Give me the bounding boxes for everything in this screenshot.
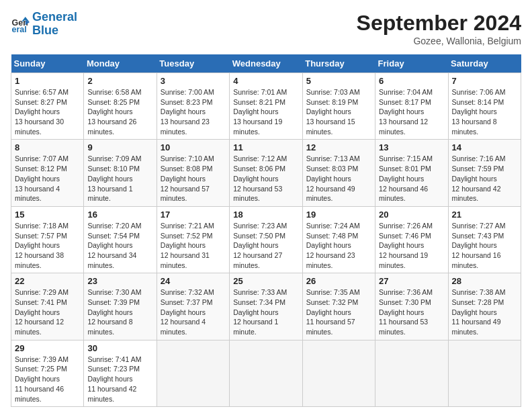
- day-info: Sunrise: 7:41 AMSunset: 7:23 PMDaylight …: [87, 355, 152, 404]
- table-row: 25Sunrise: 7:33 AMSunset: 7:34 PMDayligh…: [230, 273, 302, 340]
- table-row: 24Sunrise: 7:32 AMSunset: 7:37 PMDayligh…: [157, 273, 229, 340]
- calendar-table: Sunday Monday Tuesday Wednesday Thursday…: [11, 54, 521, 407]
- day-number: 20: [379, 210, 444, 220]
- table-row: 20Sunrise: 7:26 AMSunset: 7:46 PMDayligh…: [375, 206, 448, 273]
- day-info: Sunrise: 7:13 AMSunset: 8:03 PMDaylight …: [306, 154, 371, 203]
- table-row: 3Sunrise: 7:00 AMSunset: 8:23 PMDaylight…: [157, 73, 229, 140]
- table-row: 29Sunrise: 7:39 AMSunset: 7:25 PMDayligh…: [11, 340, 84, 406]
- day-info: Sunrise: 6:57 AMSunset: 8:27 PMDaylight …: [15, 87, 80, 136]
- day-number: 17: [161, 210, 226, 220]
- header-thursday: Thursday: [302, 54, 375, 73]
- table-row: 19Sunrise: 7:24 AMSunset: 7:48 PMDayligh…: [302, 206, 375, 273]
- day-info: Sunrise: 7:36 AMSunset: 7:30 PMDaylight …: [379, 287, 444, 336]
- table-row: 4Sunrise: 7:01 AMSunset: 8:21 PMDaylight…: [230, 73, 302, 140]
- day-number: 23: [87, 276, 152, 286]
- day-info: Sunrise: 7:29 AMSunset: 7:41 PMDaylight …: [15, 287, 80, 336]
- header-saturday: Saturday: [448, 54, 521, 73]
- title-block: September 2024 Gozee, Wallonia, Belgium: [357, 11, 521, 46]
- day-info: Sunrise: 7:26 AMSunset: 7:46 PMDaylight …: [379, 221, 444, 270]
- table-row: 17Sunrise: 7:21 AMSunset: 7:52 PMDayligh…: [157, 206, 229, 273]
- table-row: [302, 340, 375, 406]
- table-row: 22Sunrise: 7:29 AMSunset: 7:41 PMDayligh…: [11, 273, 84, 340]
- calendar-week-row: 22Sunrise: 7:29 AMSunset: 7:41 PMDayligh…: [11, 273, 521, 340]
- day-info: Sunrise: 7:03 AMSunset: 8:19 PMDaylight …: [306, 87, 371, 136]
- day-info: Sunrise: 7:35 AMSunset: 7:32 PMDaylight …: [306, 287, 371, 336]
- table-row: 7Sunrise: 7:06 AMSunset: 8:14 PMDaylight…: [448, 73, 521, 140]
- day-number: 8: [15, 142, 80, 152]
- day-info: Sunrise: 7:00 AMSunset: 8:23 PMDaylight …: [161, 87, 226, 136]
- day-info: Sunrise: 7:04 AMSunset: 8:17 PMDaylight …: [379, 87, 444, 136]
- day-number: 27: [379, 276, 444, 286]
- day-info: Sunrise: 7:06 AMSunset: 8:14 PMDaylight …: [452, 87, 517, 136]
- day-number: 5: [306, 76, 371, 86]
- month-title: September 2024: [357, 11, 521, 36]
- day-number: 19: [306, 210, 371, 220]
- table-row: 28Sunrise: 7:38 AMSunset: 7:28 PMDayligh…: [448, 273, 521, 340]
- day-info: Sunrise: 7:15 AMSunset: 8:01 PMDaylight …: [379, 154, 444, 203]
- table-row: 1Sunrise: 6:57 AMSunset: 8:27 PMDaylight…: [11, 73, 84, 140]
- header-friday: Friday: [375, 54, 448, 73]
- table-row: 27Sunrise: 7:36 AMSunset: 7:30 PMDayligh…: [375, 273, 448, 340]
- location-subtitle: Gozee, Wallonia, Belgium: [357, 36, 521, 46]
- day-number: 21: [452, 210, 517, 220]
- calendar-week-row: 8Sunrise: 7:07 AMSunset: 8:12 PMDaylight…: [11, 140, 521, 206]
- table-row: 16Sunrise: 7:20 AMSunset: 7:54 PMDayligh…: [84, 206, 157, 273]
- day-info: Sunrise: 7:23 AMSunset: 7:50 PMDaylight …: [233, 221, 298, 270]
- day-number: 3: [161, 76, 226, 86]
- day-number: 13: [379, 142, 444, 152]
- day-number: 2: [87, 76, 152, 86]
- calendar-week-row: 15Sunrise: 7:18 AMSunset: 7:57 PMDayligh…: [11, 206, 521, 273]
- day-number: 1: [15, 76, 80, 86]
- calendar-header-row: Sunday Monday Tuesday Wednesday Thursday…: [11, 54, 521, 73]
- table-row: [448, 340, 521, 406]
- day-number: 10: [161, 142, 226, 152]
- table-row: 10Sunrise: 7:10 AMSunset: 8:08 PMDayligh…: [157, 140, 229, 206]
- day-info: Sunrise: 7:38 AMSunset: 7:28 PMDaylight …: [452, 287, 517, 336]
- header-sunday: Sunday: [11, 54, 84, 73]
- day-number: 9: [87, 142, 152, 152]
- table-row: 23Sunrise: 7:30 AMSunset: 7:39 PMDayligh…: [84, 273, 157, 340]
- table-row: 5Sunrise: 7:03 AMSunset: 8:19 PMDaylight…: [302, 73, 375, 140]
- table-row: [157, 340, 229, 406]
- table-row: 26Sunrise: 7:35 AMSunset: 7:32 PMDayligh…: [302, 273, 375, 340]
- day-number: 15: [15, 210, 80, 220]
- day-info: Sunrise: 7:10 AMSunset: 8:08 PMDaylight …: [161, 154, 226, 203]
- table-row: 2Sunrise: 6:58 AMSunset: 8:25 PMDaylight…: [84, 73, 157, 140]
- table-row: 8Sunrise: 7:07 AMSunset: 8:12 PMDaylight…: [11, 140, 84, 206]
- day-info: Sunrise: 7:32 AMSunset: 7:37 PMDaylight …: [161, 287, 226, 336]
- table-row: 18Sunrise: 7:23 AMSunset: 7:50 PMDayligh…: [230, 206, 302, 273]
- table-row: 14Sunrise: 7:16 AMSunset: 7:59 PMDayligh…: [448, 140, 521, 206]
- logo-text: General Blue: [32, 11, 77, 38]
- day-number: 7: [452, 76, 517, 86]
- table-row: 30Sunrise: 7:41 AMSunset: 7:23 PMDayligh…: [84, 340, 157, 406]
- day-info: Sunrise: 7:24 AMSunset: 7:48 PMDaylight …: [306, 221, 371, 270]
- table-row: [375, 340, 448, 406]
- table-row: 12Sunrise: 7:13 AMSunset: 8:03 PMDayligh…: [302, 140, 375, 206]
- calendar-week-row: 1Sunrise: 6:57 AMSunset: 8:27 PMDaylight…: [11, 73, 521, 140]
- day-info: Sunrise: 7:07 AMSunset: 8:12 PMDaylight …: [15, 154, 80, 203]
- day-number: 16: [87, 210, 152, 220]
- day-number: 30: [87, 343, 152, 353]
- day-info: Sunrise: 7:01 AMSunset: 8:21 PMDaylight …: [233, 87, 298, 136]
- day-number: 29: [15, 343, 80, 353]
- day-info: Sunrise: 7:09 AMSunset: 8:10 PMDaylight …: [87, 154, 152, 203]
- day-number: 25: [233, 276, 298, 286]
- header-wednesday: Wednesday: [230, 54, 302, 73]
- day-number: 4: [233, 76, 298, 86]
- logo: Gen eral General Blue: [11, 11, 77, 38]
- day-info: Sunrise: 7:27 AMSunset: 7:43 PMDaylight …: [452, 221, 517, 270]
- svg-text:eral: eral: [12, 25, 27, 34]
- table-row: 11Sunrise: 7:12 AMSunset: 8:06 PMDayligh…: [230, 140, 302, 206]
- day-info: Sunrise: 7:39 AMSunset: 7:25 PMDaylight …: [15, 355, 80, 404]
- day-info: Sunrise: 7:18 AMSunset: 7:57 PMDaylight …: [15, 221, 80, 270]
- day-number: 28: [452, 276, 517, 286]
- table-row: [230, 340, 302, 406]
- logo-icon: Gen eral: [11, 15, 30, 34]
- table-row: 9Sunrise: 7:09 AMSunset: 8:10 PMDaylight…: [84, 140, 157, 206]
- day-info: Sunrise: 7:33 AMSunset: 7:34 PMDaylight …: [233, 287, 298, 336]
- day-info: Sunrise: 7:16 AMSunset: 7:59 PMDaylight …: [452, 154, 517, 203]
- day-info: Sunrise: 7:20 AMSunset: 7:54 PMDaylight …: [87, 221, 152, 270]
- day-number: 14: [452, 142, 517, 152]
- day-number: 24: [161, 276, 226, 286]
- table-row: 15Sunrise: 7:18 AMSunset: 7:57 PMDayligh…: [11, 206, 84, 273]
